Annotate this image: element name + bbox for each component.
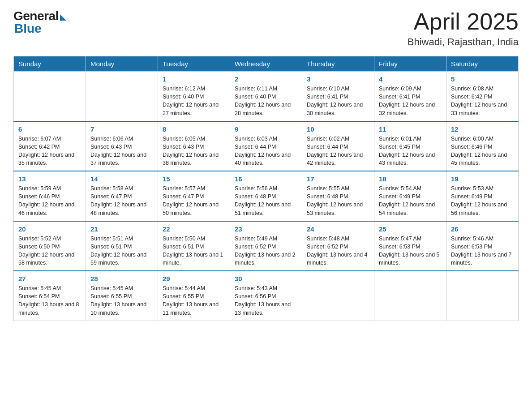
day-number: 30 xyxy=(235,275,297,283)
day-info: Sunrise: 5:55 AMSunset: 6:48 PMDaylight:… xyxy=(307,184,369,217)
calendar-cell: 1Sunrise: 6:12 AMSunset: 6:40 PMDaylight… xyxy=(158,72,230,121)
calendar-cell: 18Sunrise: 5:54 AMSunset: 6:49 PMDayligh… xyxy=(374,171,446,221)
calendar-cell: 26Sunrise: 5:46 AMSunset: 6:53 PMDayligh… xyxy=(446,221,519,271)
day-number: 16 xyxy=(235,175,297,183)
calendar-week-row: 6Sunrise: 6:07 AMSunset: 6:42 PMDaylight… xyxy=(14,121,519,171)
calendar-cell: 20Sunrise: 5:52 AMSunset: 6:50 PMDayligh… xyxy=(14,221,86,271)
calendar-cell: 3Sunrise: 6:10 AMSunset: 6:41 PMDaylight… xyxy=(302,72,374,121)
day-info: Sunrise: 5:50 AMSunset: 6:51 PMDaylight:… xyxy=(163,235,225,267)
day-info: Sunrise: 5:45 AMSunset: 6:54 PMDaylight:… xyxy=(18,284,81,317)
calendar-cell: 15Sunrise: 5:57 AMSunset: 6:47 PMDayligh… xyxy=(158,171,230,221)
day-info: Sunrise: 5:46 AMSunset: 6:53 PMDaylight:… xyxy=(451,235,514,267)
weekday-header-tuesday: Tuesday xyxy=(158,56,230,72)
day-number: 24 xyxy=(307,225,369,233)
day-number: 1 xyxy=(163,75,225,83)
day-number: 3 xyxy=(307,75,369,83)
day-number: 10 xyxy=(307,125,369,133)
day-info: Sunrise: 5:49 AMSunset: 6:52 PMDaylight:… xyxy=(235,235,297,267)
calendar-cell: 30Sunrise: 5:43 AMSunset: 6:56 PMDayligh… xyxy=(230,271,302,321)
day-info: Sunrise: 6:01 AMSunset: 6:45 PMDaylight:… xyxy=(379,135,442,167)
calendar-cell: 8Sunrise: 6:05 AMSunset: 6:43 PMDaylight… xyxy=(158,121,230,171)
calendar-week-row: 13Sunrise: 5:59 AMSunset: 6:46 PMDayligh… xyxy=(14,171,519,221)
day-number: 5 xyxy=(451,75,514,83)
month-title: April 2025 xyxy=(408,9,519,34)
day-number: 23 xyxy=(235,225,297,233)
day-info: Sunrise: 6:05 AMSunset: 6:43 PMDaylight:… xyxy=(163,135,225,167)
calendar-cell: 17Sunrise: 5:55 AMSunset: 6:48 PMDayligh… xyxy=(302,171,374,221)
calendar-cell: 7Sunrise: 6:06 AMSunset: 6:43 PMDaylight… xyxy=(86,121,158,171)
calendar-table: SundayMondayTuesdayWednesdayThursdayFrid… xyxy=(13,56,519,321)
day-number: 8 xyxy=(163,125,225,133)
weekday-header-friday: Friday xyxy=(374,56,446,72)
day-number: 27 xyxy=(18,275,81,283)
day-info: Sunrise: 6:10 AMSunset: 6:41 PMDaylight:… xyxy=(307,85,369,117)
calendar-cell: 16Sunrise: 5:56 AMSunset: 6:48 PMDayligh… xyxy=(230,171,302,221)
day-info: Sunrise: 5:44 AMSunset: 6:55 PMDaylight:… xyxy=(163,284,225,317)
calendar-cell: 6Sunrise: 6:07 AMSunset: 6:42 PMDaylight… xyxy=(14,121,86,171)
header: General Blue April 2025 Bhiwadi, Rajasth… xyxy=(13,9,519,48)
day-number: 21 xyxy=(90,225,153,233)
day-info: Sunrise: 5:43 AMSunset: 6:56 PMDaylight:… xyxy=(235,284,297,317)
day-info: Sunrise: 5:52 AMSunset: 6:50 PMDaylight:… xyxy=(18,235,81,267)
calendar-week-row: 27Sunrise: 5:45 AMSunset: 6:54 PMDayligh… xyxy=(14,271,519,321)
day-number: 22 xyxy=(163,225,225,233)
weekday-header-row: SundayMondayTuesdayWednesdayThursdayFrid… xyxy=(14,56,519,72)
day-number: 11 xyxy=(379,125,442,133)
calendar-cell: 12Sunrise: 6:00 AMSunset: 6:46 PMDayligh… xyxy=(446,121,519,171)
calendar-cell xyxy=(86,72,158,121)
logo: General Blue xyxy=(13,9,66,36)
logo-arrow-icon xyxy=(60,14,66,21)
day-info: Sunrise: 5:56 AMSunset: 6:48 PMDaylight:… xyxy=(235,184,297,217)
day-info: Sunrise: 6:12 AMSunset: 6:40 PMDaylight:… xyxy=(163,85,225,117)
day-number: 2 xyxy=(235,75,297,83)
calendar-cell: 11Sunrise: 6:01 AMSunset: 6:45 PMDayligh… xyxy=(374,121,446,171)
day-number: 14 xyxy=(90,175,153,183)
day-number: 9 xyxy=(235,125,297,133)
day-info: Sunrise: 5:47 AMSunset: 6:53 PMDaylight:… xyxy=(379,235,442,267)
calendar-cell: 19Sunrise: 5:53 AMSunset: 6:49 PMDayligh… xyxy=(446,171,519,221)
day-info: Sunrise: 6:11 AMSunset: 6:40 PMDaylight:… xyxy=(235,85,297,117)
day-number: 18 xyxy=(379,175,442,183)
logo-blue-text: Blue xyxy=(14,21,42,36)
location-title: Bhiwadi, Rajasthan, India xyxy=(408,36,519,48)
calendar-cell: 13Sunrise: 5:59 AMSunset: 6:46 PMDayligh… xyxy=(14,171,86,221)
day-number: 17 xyxy=(307,175,369,183)
day-info: Sunrise: 6:00 AMSunset: 6:46 PMDaylight:… xyxy=(451,135,514,167)
day-info: Sunrise: 6:09 AMSunset: 6:41 PMDaylight:… xyxy=(379,85,442,117)
day-info: Sunrise: 5:58 AMSunset: 6:47 PMDaylight:… xyxy=(90,184,153,217)
day-number: 6 xyxy=(18,125,81,133)
calendar-cell: 23Sunrise: 5:49 AMSunset: 6:52 PMDayligh… xyxy=(230,221,302,271)
day-number: 25 xyxy=(379,225,442,233)
calendar-cell: 14Sunrise: 5:58 AMSunset: 6:47 PMDayligh… xyxy=(86,171,158,221)
day-number: 4 xyxy=(379,75,442,83)
title-area: April 2025 Bhiwadi, Rajasthan, India xyxy=(408,9,519,48)
day-info: Sunrise: 6:07 AMSunset: 6:42 PMDaylight:… xyxy=(18,135,81,167)
day-number: 28 xyxy=(90,275,153,283)
weekday-header-sunday: Sunday xyxy=(14,56,86,72)
calendar-cell: 22Sunrise: 5:50 AMSunset: 6:51 PMDayligh… xyxy=(158,221,230,271)
calendar-week-row: 20Sunrise: 5:52 AMSunset: 6:50 PMDayligh… xyxy=(14,221,519,271)
day-info: Sunrise: 6:02 AMSunset: 6:44 PMDaylight:… xyxy=(307,135,369,167)
calendar-cell xyxy=(14,72,86,121)
day-number: 26 xyxy=(451,225,514,233)
day-info: Sunrise: 6:03 AMSunset: 6:44 PMDaylight:… xyxy=(235,135,297,167)
calendar-cell: 25Sunrise: 5:47 AMSunset: 6:53 PMDayligh… xyxy=(374,221,446,271)
day-info: Sunrise: 6:08 AMSunset: 6:42 PMDaylight:… xyxy=(451,85,514,117)
calendar-cell: 29Sunrise: 5:44 AMSunset: 6:55 PMDayligh… xyxy=(158,271,230,321)
calendar-cell xyxy=(302,271,374,321)
day-number: 7 xyxy=(90,125,153,133)
day-number: 15 xyxy=(163,175,225,183)
day-number: 19 xyxy=(451,175,514,183)
day-info: Sunrise: 5:54 AMSunset: 6:49 PMDaylight:… xyxy=(379,184,442,217)
day-info: Sunrise: 5:57 AMSunset: 6:47 PMDaylight:… xyxy=(163,184,225,217)
day-number: 13 xyxy=(18,175,81,183)
day-info: Sunrise: 5:48 AMSunset: 6:52 PMDaylight:… xyxy=(307,235,369,267)
calendar-cell xyxy=(374,271,446,321)
day-number: 29 xyxy=(163,275,225,283)
day-number: 20 xyxy=(18,225,81,233)
weekday-header-thursday: Thursday xyxy=(302,56,374,72)
calendar-cell: 10Sunrise: 6:02 AMSunset: 6:44 PMDayligh… xyxy=(302,121,374,171)
day-info: Sunrise: 6:06 AMSunset: 6:43 PMDaylight:… xyxy=(90,135,153,167)
calendar-cell: 24Sunrise: 5:48 AMSunset: 6:52 PMDayligh… xyxy=(302,221,374,271)
weekday-header-wednesday: Wednesday xyxy=(230,56,302,72)
